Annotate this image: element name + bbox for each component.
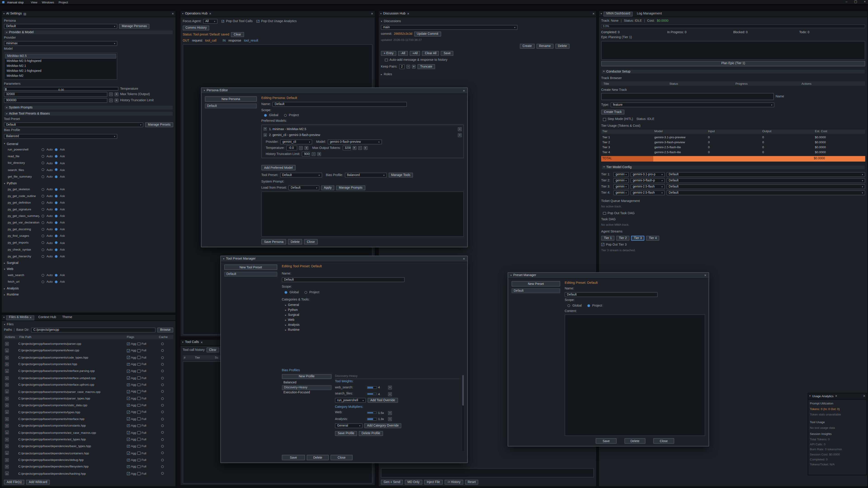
close-icon[interactable]: × [463,89,465,93]
remove-file-button[interactable]: x [5,403,9,407]
auto-radio[interactable] [41,155,44,158]
decrement-button[interactable]: - [299,146,303,150]
full-checkbox[interactable] [137,383,141,386]
category-override-select[interactable]: General▾ [335,423,363,428]
tool-preset-select[interactable]: Default▾ [280,172,322,177]
pop-out-tier3-checkbox[interactable] [601,243,604,246]
remove-override-button[interactable]: × [388,392,392,396]
stream-tab-tier-4[interactable]: Tier 4 [646,235,659,240]
auto-radio[interactable] [41,188,44,191]
full-checkbox[interactable] [137,363,141,366]
category-analysis[interactable]: ▸Analysis [282,323,464,328]
model-select[interactable]: gemini-3-flash-preview▾ [328,139,382,144]
increment-button[interactable]: + [305,146,308,150]
profile-option[interactable]: Execution-Focused [282,390,332,395]
close-icon[interactable]: × [704,274,706,278]
full-checkbox[interactable] [137,452,141,455]
agg-checkbox[interactable] [127,363,130,366]
category-surgical[interactable]: ▸Surgical [282,313,464,318]
menu-view[interactable]: View [31,0,37,4]
preset-name-input[interactable]: Default [565,292,657,297]
provider-select[interactable]: gemini_cli▾ [280,139,312,144]
remove-file-button[interactable]: x [5,472,9,476]
override-slider[interactable] [367,386,377,389]
ask-radio[interactable] [55,155,58,158]
remove-override-button[interactable]: × [388,386,392,390]
tab-discussion-hub[interactable]: Discussion Hub [383,12,405,16]
add-wildcard-button[interactable]: Add Wildcard [26,480,50,485]
apply-button[interactable]: Apply [321,185,335,190]
model-option[interactable]: MiniMax-M2.1-highspeed [5,68,116,73]
close-dialog-button[interactable]: Close [653,438,674,444]
preset-content-textarea[interactable] [565,315,705,435]
model-option[interactable]: MiniMax-M2.5 [5,54,116,59]
delete-profile-button[interactable]: Delete Profile [359,431,383,436]
project-radio[interactable] [304,291,307,294]
ask-radio[interactable] [55,241,58,244]
persona-name-input[interactable]: Default [272,102,407,107]
global-radio[interactable] [285,291,287,294]
remove-file-button[interactable]: x [5,417,9,421]
caret-down-icon[interactable]: ▾ [600,12,602,15]
remove-file-button[interactable]: x [5,451,9,455]
category-web[interactable]: ▸Web [282,318,464,323]
override-slider[interactable] [367,418,377,420]
remove-file-button[interactable]: x [5,410,9,414]
tier-provider-select[interactable]: gemini▾ [613,172,629,177]
ask-radio[interactable] [55,221,58,224]
agg-checkbox[interactable] [127,404,130,407]
agg-checkbox[interactable] [127,424,130,427]
scrollbar-thumb[interactable] [462,375,464,405]
plan-epic-button[interactable]: Plan Epic (Tier 1) [601,61,865,66]
max-output-input[interactable]: 32000 [342,145,351,150]
compose-inject-file-button[interactable]: Inject File [424,480,442,485]
tab-context-hub[interactable]: Context Hub [36,315,59,320]
remove-file-button[interactable]: x [5,465,9,468]
conductor-setup-section-header[interactable]: ▸Conductor Setup [601,69,865,74]
auto-radio[interactable] [41,208,44,211]
discussions-section-header[interactable]: ▾Discussions [381,19,594,24]
remove-file-button[interactable]: x [5,362,9,366]
tab-close-icon[interactable]: × [201,341,203,344]
new-persona-button[interactable]: New Persona [205,96,257,102]
close-icon[interactable]: × [864,0,866,4]
ask-radio[interactable] [55,248,58,251]
temperature-slider[interactable]: 0.00 [4,87,119,91]
profile-option[interactable]: Balanced [282,380,332,385]
pop-out-task-dag-checkbox[interactable] [603,212,606,215]
files-section-header[interactable]: ▾Files [4,323,173,327]
ask-radio[interactable] [55,281,58,283]
ask-radio[interactable] [55,201,58,204]
tier-preset-select[interactable]: Default▾ [666,184,865,189]
compose-gen-send-button[interactable]: Gen + Send [381,480,403,485]
full-checkbox[interactable] [137,465,141,468]
step-mode-checkbox[interactable] [603,118,606,121]
save-profile-button[interactable]: Save Profile [335,431,357,436]
pop-out-usage-checkbox[interactable] [256,20,259,23]
history-limit-input[interactable]: 900000 [302,151,310,156]
entry--all-button[interactable]: +All [410,51,421,56]
delete-preset-button[interactable]: Delete [624,438,645,444]
full-checkbox[interactable] [137,438,141,441]
create-track-button[interactable]: Create Track [601,109,625,115]
tier-model-select[interactable]: gemini-2.5-flash▾ [630,184,665,189]
track-name-input[interactable] [601,93,774,100]
decrement-button[interactable]: - [312,152,315,156]
model-option[interactable]: MiniMax-M2.5-highspeed [5,59,116,64]
agg-checkbox[interactable] [127,452,130,455]
menu-windows[interactable]: Windows [42,0,54,4]
stream-tab-tier-2[interactable]: Tier 2 [616,235,629,240]
override-slider[interactable] [367,412,377,414]
project-radio[interactable] [284,114,287,117]
ask-radio[interactable] [55,162,58,164]
base-dir-input[interactable]: C:/projects/gencpp [31,328,156,332]
delete-persona-button[interactable]: Delete [288,239,303,245]
agg-checkbox[interactable] [127,369,130,372]
caret-down-icon[interactable]: ▾ [809,395,811,398]
full-checkbox[interactable] [137,369,141,372]
full-checkbox[interactable] [137,424,141,427]
save-persona-button[interactable]: Save Persona [261,239,286,245]
move-down-button[interactable]: ▼ [264,127,267,131]
ask-radio[interactable] [55,228,58,231]
auto-radio[interactable] [41,201,44,204]
